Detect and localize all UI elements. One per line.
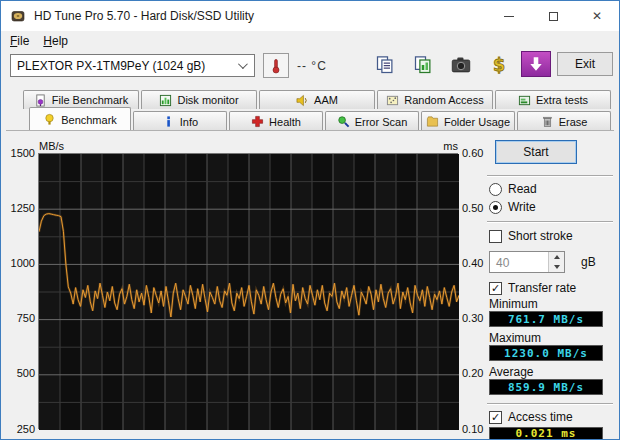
tab-label: Erase	[559, 116, 588, 128]
window-title: HD Tune Pro 5.70 - Hard Disk/SSD Utility	[34, 9, 254, 23]
tab-health[interactable]: Health	[229, 111, 323, 131]
short-stroke-size-value: 40	[490, 252, 548, 272]
average-label: Average	[489, 365, 533, 379]
benchmark-icon	[43, 113, 56, 126]
file-benchmark-icon	[34, 94, 47, 107]
camera-icon	[451, 56, 471, 74]
left-axis-ticks: 150012501000750500250	[3, 146, 35, 438]
minimize-icon	[504, 16, 514, 17]
disk-monitor-icon	[159, 94, 172, 107]
read-radio-row[interactable]: Read	[489, 182, 537, 196]
svg-text:$: $	[493, 55, 505, 75]
tab-label: Error Scan	[355, 116, 408, 128]
arrow-up-icon	[554, 255, 560, 259]
copy-text-button[interactable]	[371, 52, 399, 77]
tab-info[interactable]: Info	[133, 111, 227, 131]
error-scan-icon	[337, 115, 350, 128]
tab-folder-usage[interactable]: Folder Usage	[421, 111, 515, 131]
average-value-display: 859.9 MB/s	[489, 379, 603, 395]
axis-tick-label: 500	[3, 367, 35, 380]
transfer-rate-label: Transfer rate	[508, 281, 576, 295]
axis-tick-label: 750	[3, 312, 35, 325]
minimum-label: Minimum	[489, 297, 538, 311]
access-time-label: Access time	[508, 410, 573, 424]
window-controls: ✕	[487, 1, 619, 31]
register-button[interactable]: $	[485, 52, 513, 77]
tab-error-scan[interactable]: Error Scan	[325, 111, 419, 131]
copy-image-button[interactable]	[409, 52, 437, 77]
axis-tick-label: 1250	[3, 202, 35, 215]
app-window: HD Tune Pro 5.70 - Hard Disk/SSD Utility…	[0, 0, 620, 440]
axis-tick-label: 0.60	[462, 147, 494, 160]
start-button[interactable]: Start	[495, 140, 577, 164]
left-axis-title: MB/s	[39, 140, 64, 152]
temperature-button[interactable]	[263, 53, 289, 78]
extra-tests-icon	[518, 94, 531, 107]
tab-strip-divider	[6, 130, 614, 131]
separator	[487, 175, 613, 177]
tab-erase[interactable]: Erase	[517, 111, 611, 131]
tab-label: AAM	[314, 94, 338, 106]
axis-tick-label: 250	[3, 423, 35, 436]
exit-button[interactable]: Exit	[557, 52, 613, 76]
app-icon	[10, 8, 26, 24]
maximum-label: Maximum	[489, 331, 541, 345]
maximize-icon	[549, 12, 558, 21]
access-time-checkbox[interactable]	[489, 411, 502, 424]
axis-tick-label: 1500	[3, 147, 35, 160]
read-label: Read	[508, 182, 537, 196]
random-access-icon	[386, 94, 399, 107]
tab-row-primary: Benchmark Info Health Error Scan	[29, 107, 613, 131]
transfer-rate-line-chart	[39, 154, 459, 430]
menu-help[interactable]: Help	[43, 34, 68, 48]
aam-icon	[296, 94, 309, 107]
folder-usage-icon	[426, 115, 439, 128]
thermometer-icon	[269, 58, 283, 74]
tab-label: Benchmark	[61, 114, 117, 126]
update-button[interactable]	[521, 51, 551, 77]
transfer-rate-row[interactable]: Transfer rate	[489, 281, 576, 295]
spin-up-button[interactable]	[549, 252, 564, 262]
menu-file[interactable]: File	[10, 34, 29, 48]
tab-label: Info	[180, 116, 198, 128]
close-icon: ✕	[592, 10, 602, 22]
read-radio[interactable]	[489, 183, 502, 196]
dollar-icon: $	[489, 55, 509, 75]
minimum-value-display: 761.7 MB/s	[489, 311, 603, 327]
copy-image-icon	[413, 55, 433, 75]
transfer-rate-checkbox[interactable]	[489, 282, 502, 295]
download-arrow-icon	[528, 56, 544, 72]
short-stroke-row[interactable]: Short stroke	[489, 229, 573, 243]
health-icon	[251, 115, 264, 128]
short-stroke-checkbox[interactable]	[489, 230, 502, 243]
tab-label: Disk monitor	[177, 94, 238, 106]
drive-select[interactable]: PLEXTOR PX-1TM9PeY (1024 gB)	[10, 54, 255, 77]
access-time-row[interactable]: Access time	[489, 410, 573, 424]
tab-label: Health	[269, 116, 301, 128]
screenshot-button[interactable]	[447, 52, 475, 77]
spinner-buttons	[548, 252, 564, 272]
short-stroke-unit: gB	[581, 255, 596, 269]
close-button[interactable]: ✕	[575, 1, 619, 31]
write-radio-row[interactable]: Write	[489, 200, 536, 214]
tab-label: Extra tests	[536, 94, 588, 106]
maximize-button[interactable]	[531, 1, 575, 31]
title-bar: HD Tune Pro 5.70 - Hard Disk/SSD Utility…	[1, 1, 619, 31]
spin-down-button[interactable]	[549, 262, 564, 272]
info-icon	[162, 115, 175, 128]
write-radio[interactable]	[489, 201, 502, 214]
minimize-button[interactable]	[487, 1, 531, 31]
access-time-value-display: 0.021 ms	[489, 427, 603, 440]
tab-label: File Benchmark	[52, 94, 128, 106]
separator	[487, 403, 613, 405]
tab-benchmark[interactable]: Benchmark	[29, 107, 131, 131]
drive-select-value: PLEXTOR PX-1TM9PeY (1024 gB)	[17, 59, 205, 73]
maximum-value-display: 1230.0 MB/s	[489, 345, 603, 361]
erase-icon	[541, 115, 554, 128]
axis-tick-label: 1000	[3, 257, 35, 270]
menu-bar: File Help	[1, 31, 619, 51]
benchmark-chart	[38, 153, 458, 429]
right-axis-title: ms	[431, 140, 458, 152]
short-stroke-size-stepper[interactable]: 40	[489, 251, 565, 273]
tab-label: Folder Usage	[444, 116, 510, 128]
